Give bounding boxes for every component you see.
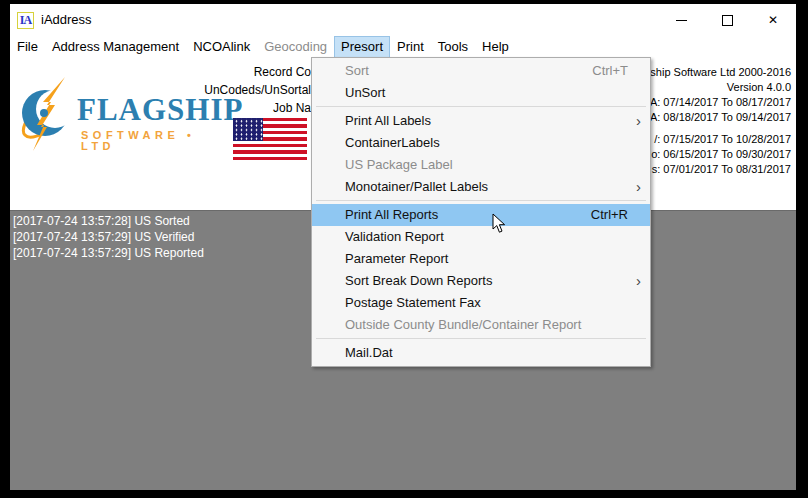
window-controls: ✕ (658, 4, 796, 36)
menu-presort[interactable]: Presort (334, 36, 390, 59)
menu-file[interactable]: File (10, 36, 45, 57)
us-flag-canton (233, 118, 263, 141)
menu-item-sort-break-down-reports[interactable]: Sort Break Down Reports › (312, 270, 650, 292)
presort-dropdown-menu: Sort Ctrl+T UnSort Print All Labels › Co… (311, 57, 651, 367)
menu-separator (316, 106, 646, 107)
data-range-line: s: 07/01/2017 To 08/31/2017 (638, 162, 791, 177)
window-title: iAddress (41, 4, 92, 36)
flagship-logo: FLAGSHIP SOFTWARE • LTD (15, 72, 230, 154)
logo-tagline: SOFTWARE • LTD (81, 130, 230, 152)
minimize-icon (676, 20, 687, 21)
submenu-arrow-icon: › (636, 110, 641, 131)
menu-geocoding: Geocoding (257, 36, 334, 57)
menu-item-parameter-report[interactable]: Parameter Report (312, 248, 650, 270)
menu-item-postage-statement-fax[interactable]: Postage Statement Fax (312, 292, 650, 314)
menu-item-containerlabels[interactable]: ContainerLabels (312, 132, 650, 154)
maximize-button[interactable] (704, 4, 750, 36)
menu-item-validation-report[interactable]: Validation Report (312, 226, 650, 248)
data-range-line: o: 06/15/2017 To 09/30/2017 (638, 147, 791, 162)
menu-tools[interactable]: Tools (431, 36, 475, 57)
data-range-line: A: 07/14/2017 To 08/17/2017 (638, 95, 791, 110)
menu-ncoalink[interactable]: NCOAlink (186, 36, 257, 57)
maximize-icon (722, 15, 733, 26)
menu-item-monotainer-pallet-labels[interactable]: Monotainer/Pallet Labels › (312, 176, 650, 198)
shortcut-label: Ctrl+R (591, 204, 628, 226)
menu-separator (316, 200, 646, 201)
app-icon: IA (17, 12, 34, 29)
menu-item-mail-dat[interactable]: Mail.Dat (312, 342, 650, 364)
close-button[interactable]: ✕ (750, 4, 796, 36)
copyright-line: agship Software Ltd 2000-2016 (638, 65, 791, 80)
menu-print[interactable]: Print (390, 36, 431, 57)
menu-help[interactable]: Help (475, 36, 516, 57)
menu-separator (316, 338, 646, 339)
close-icon: ✕ (768, 14, 778, 26)
menu-bar: File Address Management NCOAlink Geocodi… (10, 36, 796, 58)
shortcut-label: Ctrl+T (592, 60, 628, 82)
version-line: Version 4.0.0 (638, 80, 791, 95)
menu-item-unsort[interactable]: UnSort (312, 82, 650, 104)
flagship-logo-icon (20, 75, 76, 153)
minimize-button[interactable] (658, 4, 704, 36)
menu-item-print-all-labels[interactable]: Print All Labels › (312, 110, 650, 132)
menu-item-print-all-reports[interactable]: Print All Reports Ctrl+R (312, 204, 650, 226)
menu-item-sort: Sort Ctrl+T (312, 60, 650, 82)
menu-item-us-package-label: US Package Label (312, 154, 650, 176)
logo-wordmark: FLAGSHIP (77, 94, 243, 125)
data-range-line: /: 07/15/2017 To 10/28/2017 (638, 132, 791, 147)
menu-item-outside-county-bundle-container-report: Outside County Bundle/Container Report (312, 314, 650, 336)
mouse-cursor (492, 213, 507, 234)
license-info-panel: agship Software Ltd 2000-2016 Version 4.… (638, 65, 791, 177)
data-range-line: A: 08/18/2017 To 09/14/2017 (638, 110, 791, 125)
submenu-arrow-icon: › (636, 176, 641, 197)
title-bar: IA iAddress ✕ (10, 4, 796, 36)
us-flag (233, 118, 307, 160)
app-window: IA iAddress ✕ File Address Management NC… (10, 4, 796, 490)
menu-address-management[interactable]: Address Management (45, 36, 186, 57)
submenu-arrow-icon: › (636, 270, 641, 291)
